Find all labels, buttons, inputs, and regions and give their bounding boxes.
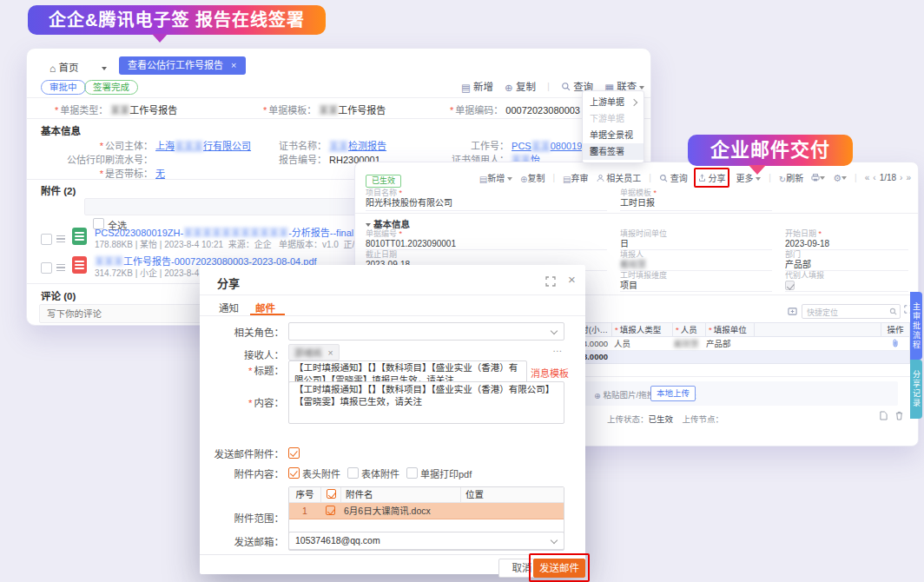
range-row[interactable]: 1 6月6日大课简讯.docx xyxy=(289,503,564,519)
opt-header-label: 表头附件 xyxy=(302,466,340,480)
toolbar-divider: | xyxy=(649,173,651,182)
person-icon xyxy=(597,174,604,182)
role-label: 相关角色： xyxy=(200,325,284,339)
role-select[interactable] xyxy=(288,322,564,341)
quick-locate-input[interactable]: 快捷定位 xyxy=(802,304,901,319)
content-label: *内容： xyxy=(200,395,284,409)
tab-approval-flow[interactable]: 主审批流程 xyxy=(910,292,922,360)
status-badge-approval: 审批中 xyxy=(41,80,86,95)
field-template: 单据模板 * 工时日报 xyxy=(620,188,772,211)
field-cert-name: 证书名称： 某某检测报告 xyxy=(244,138,386,152)
drag-handle-icon[interactable] xyxy=(56,264,65,271)
home-tab-caret[interactable] xyxy=(102,63,107,73)
attachment1-checkbox[interactable] xyxy=(41,234,52,245)
banner-mail-delivery: 企业邮件交付 xyxy=(688,135,853,166)
banner-mail-pointer xyxy=(749,165,766,175)
status-badge-signed: 签署完成 xyxy=(84,80,138,95)
new-button[interactable]: ▤ 新增 xyxy=(461,79,493,94)
pager-next[interactable]: › xyxy=(900,173,902,182)
company-link[interactable]: 上海某某某行有限公司 xyxy=(155,141,251,151)
range-all-checkbox[interactable] xyxy=(327,489,336,499)
dept-link[interactable]: 产品部 xyxy=(785,259,908,270)
menu-item-panorama[interactable]: 单据全景视图 xyxy=(583,127,644,143)
new-doc-icon: ▤ xyxy=(479,175,487,184)
pager-prev[interactable]: ‹ xyxy=(873,173,875,182)
menu-item-downstream: 下游单据 xyxy=(583,110,644,127)
tab-mail[interactable]: 邮件 xyxy=(255,301,275,314)
paperclip-icon[interactable] xyxy=(892,339,899,347)
tab-report-label: 查看公估行工作号报告 xyxy=(128,60,223,70)
has-mark-link[interactable]: 无 xyxy=(155,169,165,179)
timesheet-toolbar: ▤新增 ⊕复制 | ▤弃审 相关员工 | 查询 分享 更多 | ↻刷新 ⚙ | … xyxy=(479,169,911,186)
pager-first[interactable]: « xyxy=(865,173,870,182)
range-row-checkbox[interactable] xyxy=(326,506,335,515)
tag-close-icon[interactable]: × xyxy=(327,347,333,358)
field-doc-code: *单据编码： 00072023080003 xyxy=(450,103,580,116)
file-icon[interactable] xyxy=(880,411,888,420)
chevron-down-icon xyxy=(551,537,558,544)
field-print-serial: 公估行印刷流水号： xyxy=(40,152,153,166)
trash-icon[interactable] xyxy=(895,411,903,420)
ts-refresh-button[interactable]: ↻刷新 xyxy=(779,171,803,184)
opt-pdf-label: 单据打印pdf xyxy=(420,466,472,480)
opt-pdf-checkbox[interactable] xyxy=(406,467,418,479)
plus-circle-icon: ⊕ xyxy=(594,392,601,400)
locate-icon[interactable] xyxy=(788,307,797,316)
tab-share-log[interactable]: 分享记录 xyxy=(910,360,922,419)
recipient-tag[interactable]: 邵绪嫣 × xyxy=(288,344,340,360)
linkquery-menu: 上游单据 下游单据 单据全景视图 查看签署 xyxy=(582,90,644,163)
tab-close-icon[interactable]: × xyxy=(231,60,236,70)
ts-share-button[interactable]: 分享 xyxy=(696,169,729,186)
share-modal: 分享 × 通知 邮件 相关角色： 接收人： 邵绪嫣 × … *标题： 【工时填报… xyxy=(200,265,585,574)
page: { "req": "*", "badge_top": { "label": "企… xyxy=(0,0,924,582)
tab-report[interactable]: 查看公估行工作号报告 × xyxy=(119,56,246,75)
field-doc-no: 单据编号 * 8010TT01.2023090001 xyxy=(366,229,607,250)
banner-esign-label: 企企&腾讯电子签 报告在线签署 xyxy=(49,10,305,30)
filler-link[interactable]: 戴晓慧 xyxy=(620,259,772,270)
attach-content-label: 附件内容： xyxy=(200,466,284,480)
banner-mail-delivery-label: 企业邮件交付 xyxy=(710,139,830,161)
subject-label: *标题： xyxy=(200,363,284,377)
ts-print-button[interactable] xyxy=(811,173,825,182)
section-basic-info: 基本信息 xyxy=(41,123,81,137)
recipient-more-button[interactable]: … xyxy=(552,343,563,354)
tab-notice[interactable]: 通知 xyxy=(219,301,239,314)
ts-new-button[interactable]: ▤新增 xyxy=(479,171,512,184)
ts-copy-button[interactable]: ⊕复制 xyxy=(520,171,544,184)
opt-header-checkbox[interactable] xyxy=(288,467,300,479)
unapprove-doc-icon: ▤ xyxy=(563,175,571,184)
ts-query-button[interactable]: 查询 xyxy=(659,171,688,184)
send-attach-checkbox[interactable] xyxy=(288,447,300,459)
menu-item-upstream[interactable]: 上游单据 xyxy=(583,94,644,110)
home-tab[interactable]: ⌂ 首页 xyxy=(50,60,78,74)
local-upload-button[interactable]: 本地上传 xyxy=(650,386,696,401)
recipient-label: 接收人： xyxy=(200,347,284,361)
drag-handle-icon[interactable] xyxy=(56,235,65,242)
ts-unapprove-button[interactable]: ▤弃审 xyxy=(563,171,588,184)
proxy-checkbox xyxy=(785,281,795,290)
fullscreen-icon[interactable] xyxy=(545,276,556,287)
menu-item-view-sign[interactable]: 查看签署 xyxy=(583,143,644,160)
content-textarea[interactable]: 【工时填报通知】【】【数科项目】【盛业实业（香港）有限公司】【雷晓雯】填报已生效… xyxy=(288,381,564,424)
field-filler: 填报人 戴晓慧 xyxy=(620,250,772,271)
mailbox-label: 发送邮箱： xyxy=(200,534,284,548)
share-highlight-box xyxy=(694,168,730,188)
project-link[interactable]: 阳光科技股份有限公司 xyxy=(366,197,607,208)
pager-last[interactable]: » xyxy=(906,173,911,182)
ts-staff-button[interactable]: 相关员工 xyxy=(597,171,642,184)
attachment2-checkbox[interactable] xyxy=(41,262,52,274)
cert-name-link[interactable]: 某某检测报告 xyxy=(329,141,386,151)
close-icon[interactable]: × xyxy=(568,272,576,287)
mailbox-select[interactable]: 105374618@qq.com xyxy=(288,532,564,550)
section-comments: 评论 (0) xyxy=(41,288,76,302)
recipient-field[interactable]: 邵绪嫣 × xyxy=(288,344,545,361)
field-dimension: 工时填报维度项目 xyxy=(620,271,772,292)
opt-body-label: 表体附件 xyxy=(361,466,399,480)
opt-body-checkbox[interactable] xyxy=(347,467,359,479)
effective-badge: 已生效 xyxy=(366,175,401,188)
copy-button[interactable]: ⊕ 复制 xyxy=(505,79,536,94)
ts-settings-button[interactable]: ⚙ xyxy=(833,173,847,183)
search-icon xyxy=(889,308,897,315)
message-template-link[interactable]: 消息模板 xyxy=(531,366,569,380)
field-time-unit: 填报时间单位日 xyxy=(620,229,772,250)
